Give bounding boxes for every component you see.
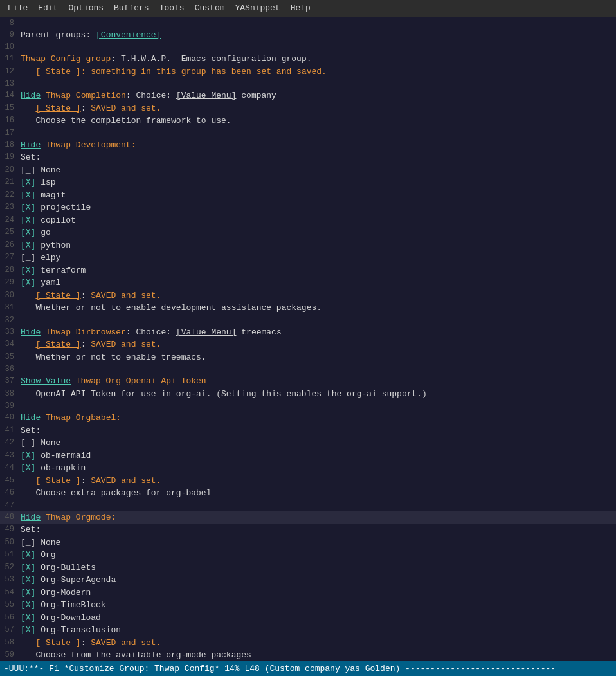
text-part: [X] <box>21 215 35 225</box>
line-text: [ State ]: SAVED and set. <box>18 289 616 302</box>
text-part[interactable]: Hide <box>21 91 41 100</box>
line-number: 30 <box>0 289 18 302</box>
text-part: OpenAI API Token for use in org-ai. (Set… <box>21 389 427 399</box>
menu-item-tools[interactable]: Tools <box>154 1 190 15</box>
line-number: 25 <box>0 226 18 239</box>
line-13: 13 <box>0 78 616 89</box>
line-text: [X] Org-Bullets <box>18 562 616 574</box>
text-part[interactable]: Hide <box>21 140 41 150</box>
text-part <box>21 104 35 113</box>
line-text: [X] go <box>18 226 616 239</box>
line-text: [_] None <box>18 164 616 177</box>
text-part: [X] <box>21 178 35 187</box>
line-57: 57[X] Org-Transclusion <box>0 624 616 637</box>
text-part: None <box>35 538 60 547</box>
line-text: [X] Org-TimeBlock <box>18 599 616 612</box>
line-43: 43[X] ob-mermaid <box>0 450 616 462</box>
text-part[interactable]: [ State ] <box>35 67 80 77</box>
line-text: [X] Org-Transclusion <box>18 624 616 637</box>
line-number: 44 <box>0 462 18 475</box>
line-text <box>18 500 616 511</box>
line-text: [X] ob-napkin <box>18 462 616 475</box>
line-number: 50 <box>0 536 18 549</box>
line-26: 26[X] python <box>0 239 616 252</box>
text-part: : Choice: <box>126 327 176 337</box>
line-32: 32 <box>0 315 616 326</box>
line-text: Choose the completion framework to use. <box>18 114 616 127</box>
text-part: [X] <box>21 600 35 610</box>
line-text <box>18 400 616 412</box>
line-17: 17 <box>0 127 616 139</box>
line-14: 14Hide Thwap Completion: Choice: [Value … <box>0 89 616 102</box>
menu-item-yasnippet[interactable]: YASnippet <box>230 1 285 15</box>
text-part[interactable]: Hide <box>21 327 41 337</box>
line-40: 40Hide Thwap Orgbabel: <box>0 412 616 425</box>
text-part: Thwap Orgbabel: <box>41 413 121 423</box>
text-part: : <box>81 638 91 648</box>
text-part[interactable]: Hide <box>21 513 41 522</box>
line-11: 11Thwap Config group: T.H.W.A.P. Emacs c… <box>0 53 616 66</box>
line-37: 37Show Value Thwap Org Openai Api Token <box>0 375 616 388</box>
text-part: [X] <box>21 575 35 585</box>
text-part: [_] <box>21 438 35 448</box>
line-text: [X] Org-SuperAgenda <box>18 574 616 587</box>
line-48: 48Hide Thwap Orgmode: <box>0 511 616 524</box>
text-part: ob-mermaid <box>35 451 91 461</box>
line-number: 18 <box>0 139 18 152</box>
text-part <box>21 638 35 648</box>
line-text: [X] projectile <box>18 201 616 214</box>
text-part[interactable]: Hide <box>21 413 41 423</box>
line-16: 16 Choose the completion framework to us… <box>0 114 616 127</box>
text-part: Thwap Orgmode: <box>41 513 116 522</box>
line-56: 56[X] Org-Download <box>0 612 616 625</box>
line-58: 58 [ State ]: SAVED and set. <box>0 637 616 650</box>
text-part: ob-napkin <box>35 463 86 473</box>
text-part: : <box>81 104 91 113</box>
line-text: Hide Thwap Dirbrowser: Choice: [Value Me… <box>18 326 616 339</box>
text-part[interactable]: [Value Menu] <box>176 91 237 100</box>
line-text: Set: <box>18 425 616 437</box>
text-part: [_] <box>21 165 35 175</box>
text-part: Choose from the available org-mode packa… <box>21 650 251 660</box>
line-number: 35 <box>0 351 18 364</box>
text-part[interactable]: [Value Menu] <box>176 327 237 337</box>
text-part[interactable]: [ State ] <box>35 104 80 113</box>
text-part[interactable]: [ State ] <box>35 340 80 349</box>
line-text: Hide Thwap Orgmode: <box>18 511 616 524</box>
line-text: [ State ]: SAVED and set. <box>18 102 616 115</box>
text-part: [_] <box>21 538 35 547</box>
text-part: [X] <box>21 241 35 250</box>
line-text: Parent groups: [Convenience] <box>18 29 616 42</box>
line-number: 9 <box>0 29 18 42</box>
menu-item-help[interactable]: Help <box>285 1 316 15</box>
line-30: 30 [ State ]: SAVED and set. <box>0 289 616 302</box>
line-number: 23 <box>0 201 18 214</box>
line-number: 12 <box>0 66 18 78</box>
text-part[interactable]: [ State ] <box>35 638 80 648</box>
line-number: 13 <box>0 78 18 89</box>
menu-item-options[interactable]: Options <box>63 1 109 15</box>
text-part: Thwap Dirbrowser <box>41 327 126 337</box>
text-part[interactable]: Show Value <box>21 376 71 386</box>
text-part[interactable]: [ State ] <box>35 476 80 486</box>
line-34: 34 [ State ]: SAVED and set. <box>0 338 616 351</box>
text-part: Org-TimeBlock <box>35 600 105 610</box>
menu-item-file[interactable]: File <box>3 1 33 15</box>
line-20: 20[_] None <box>0 164 616 177</box>
text-part: Thwap Development: <box>41 140 136 150</box>
menu-item-edit[interactable]: Edit <box>33 1 63 15</box>
line-text: Hide Thwap Orgbabel: <box>18 412 616 425</box>
line-35: 35 Whether or not to enable treemacs. <box>0 351 616 364</box>
line-number: 34 <box>0 338 18 351</box>
text-part[interactable]: [ State ] <box>35 291 80 300</box>
line-text <box>18 315 616 326</box>
menu-item-custom[interactable]: Custom <box>190 1 230 15</box>
line-text: [_] elpy <box>18 251 616 264</box>
line-text: [X] terraform <box>18 264 616 277</box>
line-text: [X] magit <box>18 189 616 202</box>
line-text: Set: <box>18 151 616 164</box>
line-38: 38 OpenAI API Token for use in org-ai. (… <box>0 388 616 401</box>
text-part: Org-Modern <box>35 588 91 598</box>
menu-item-buffers[interactable]: Buffers <box>109 1 154 15</box>
text-part[interactable]: [Convenience] <box>96 30 161 40</box>
